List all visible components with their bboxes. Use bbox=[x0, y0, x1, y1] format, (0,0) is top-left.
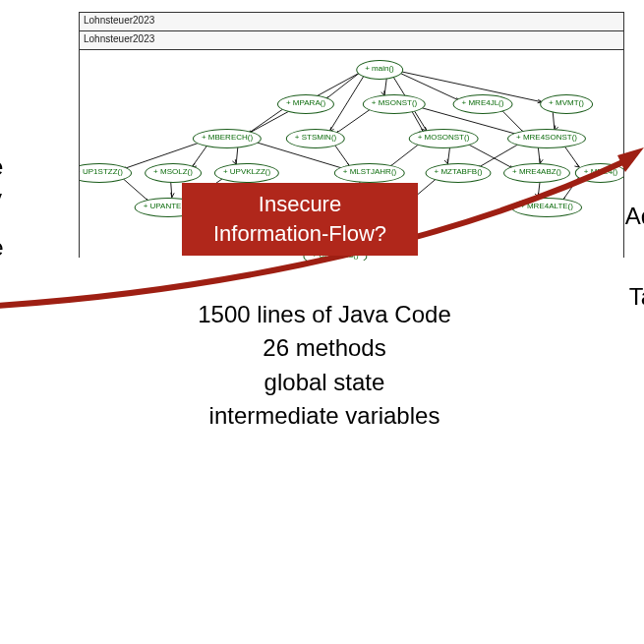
cropped-text-left-c: nce bbox=[0, 234, 4, 262]
slide-stage: Lohnsteuer2023 Lohnsteuer2023 + main()+ … bbox=[0, 0, 644, 644]
graph-node-msonst: + MSONST() bbox=[363, 94, 426, 114]
svg-line-11 bbox=[499, 108, 525, 134]
callout-line2: Information-Flow? bbox=[213, 221, 386, 246]
graph-node-mlstjahr: + MLSTJAHR() bbox=[334, 163, 405, 183]
graph-node-mre4jl: + MRE4JL() bbox=[453, 94, 513, 114]
caption-line4: intermediate variables bbox=[138, 400, 511, 432]
graph-node-mpara: + MPARA() bbox=[277, 94, 334, 114]
svg-line-12 bbox=[553, 111, 555, 130]
callout-line1: Insecure bbox=[259, 192, 341, 216]
svg-line-5 bbox=[329, 76, 364, 131]
svg-line-1 bbox=[384, 78, 386, 95]
cropped-text-right-b: Ta bbox=[629, 283, 644, 311]
caption-line2: 26 methods bbox=[138, 332, 511, 364]
graph-node-main: + main() bbox=[356, 60, 403, 80]
svg-line-19 bbox=[447, 146, 449, 163]
graph-node-mosonst: + MOSONST() bbox=[409, 129, 479, 148]
graph-node-msolz: + MSOLZ() bbox=[145, 163, 202, 183]
graph-node-mre4alte: + MRE4ALTE() bbox=[511, 198, 582, 217]
caption-line3: global state bbox=[138, 367, 511, 398]
window-title-inner: Lohnsteuer2023 bbox=[80, 31, 623, 50]
svg-line-8 bbox=[334, 107, 373, 135]
graph-node-mvmt: + MVMT() bbox=[540, 94, 593, 114]
window-title-outer: Lohnsteuer2023 bbox=[80, 13, 623, 31]
graph-node-mberech: + MBERECH() bbox=[193, 129, 262, 148]
svg-line-0 bbox=[324, 74, 359, 100]
graph-node-stsmin: + STSMIN() bbox=[286, 129, 345, 148]
svg-line-7 bbox=[247, 107, 285, 135]
cropped-text-right-a: Ad bbox=[625, 203, 644, 230]
graph-node-upvklzz: + UPVKLZZ() bbox=[214, 163, 279, 183]
graph-node-mre4: + MRE4() bbox=[575, 163, 623, 183]
graph-node-mztabfb: + MZTABFB() bbox=[426, 163, 492, 183]
graph-node-mre4sonst: + MRE4SONST() bbox=[507, 129, 586, 148]
insecure-flow-callout: Insecure Information-Flow? bbox=[182, 183, 418, 256]
caption-line1: 1500 lines of Java Code bbox=[138, 299, 511, 330]
cropped-text-left-b: y bbox=[0, 185, 2, 212]
cropped-text-left-a: e bbox=[0, 153, 3, 181]
svg-line-18 bbox=[388, 142, 423, 168]
graph-node-mre4abz: + MRE4ABZ() bbox=[503, 163, 570, 183]
svg-line-15 bbox=[236, 146, 238, 164]
svg-line-24 bbox=[120, 176, 149, 203]
caption: 1500 lines of Java Code 26 methods globa… bbox=[138, 297, 511, 435]
